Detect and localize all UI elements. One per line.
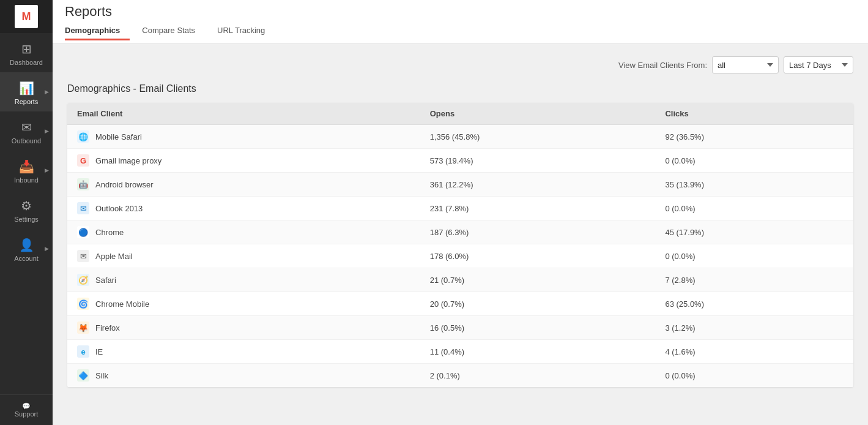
clicks-value: 92 (36.5%) (655, 125, 853, 149)
ie-icon: e (77, 345, 89, 358)
client-cell: ✉ Outlook 2013 (67, 197, 420, 220)
email-clients-table: Email Client Opens Clicks 🌐 Mobile Safar… (67, 103, 853, 387)
filter-bar: View Email Clients From: all campaigns a… (67, 56, 853, 73)
sidebar-item-label: Reports (15, 98, 39, 105)
sidebar-arrow: ▶ (45, 128, 49, 134)
client-name: Outlook 2013 (95, 204, 143, 213)
table-row: 🌀 Chrome Mobile 20 (0.7%)63 (25.0%) (67, 292, 853, 316)
clicks-value: 4 (1.6%) (655, 340, 853, 364)
sidebar-item-account[interactable]: 👤 Account ▶ (0, 229, 53, 268)
opens-value: 11 (0.4%) (420, 340, 656, 364)
sidebar-item-label: Settings (14, 216, 39, 223)
client-name: Chrome (95, 228, 124, 237)
clicks-value: 0 (0.0%) (655, 244, 853, 268)
tabs: Demographics Compare Stats URL Tracking (65, 23, 856, 40)
filter-label: View Email Clients From: (618, 61, 707, 70)
dashboard-icon: ⊞ (21, 42, 32, 56)
main-content: Reports Demographics Compare Stats URL T… (53, 0, 868, 425)
safari-icon: 🧭 (77, 274, 89, 286)
client-name: Mobile Safari (95, 132, 142, 141)
tab-url-tracking[interactable]: URL Tracking (207, 23, 275, 40)
client-cell: 🤖 Android browser (67, 173, 420, 197)
table-row: G Gmail image proxy 573 (19.4%)0 (0.0%) (67, 149, 853, 173)
opens-value: 178 (6.0%) (420, 244, 656, 268)
opens-value: 1,356 (45.8%) (420, 125, 656, 149)
client-name: Silk (95, 371, 108, 380)
clicks-value: 63 (25.0%) (655, 292, 853, 316)
client-name: Firefox (95, 323, 120, 333)
logo-area: M (0, 0, 53, 33)
table-row: 🦊 Firefox 16 (0.5%)3 (1.2%) (67, 316, 853, 340)
sidebar-item-label: Inbound (14, 176, 39, 184)
table-row: 🔷 Silk 2 (0.1%)0 (0.0%) (67, 364, 853, 388)
inbound-icon: 📥 (19, 159, 34, 174)
topbar: Reports Demographics Compare Stats URL T… (53, 0, 868, 44)
support-icon: 💬 (22, 402, 31, 410)
table-header-row: Email Client Opens Clicks (67, 103, 853, 125)
table-row: 🤖 Android browser 361 (12.2%)35 (13.9%) (67, 173, 853, 197)
app-logo[interactable]: M (15, 5, 38, 28)
outbound-icon: ✉ (21, 120, 32, 135)
clicks-value: 45 (17.9%) (655, 220, 853, 244)
col-header-client: Email Client (67, 103, 420, 125)
opens-value: 231 (7.8%) (420, 197, 656, 220)
from-select[interactable]: all campaigns automations (712, 56, 779, 73)
opens-value: 187 (6.3%) (420, 220, 656, 244)
col-header-opens: Opens (420, 103, 656, 125)
sidebar-item-inbound[interactable]: 📥 Inbound ▶ (0, 151, 53, 190)
safari-mobile-icon: 🌐 (77, 130, 89, 143)
client-cell: 🔵 Chrome (67, 220, 420, 244)
sidebar-item-outbound[interactable]: ✉ Outbound ▶ (0, 111, 53, 151)
chrome-mobile-icon: 🌀 (77, 298, 89, 310)
client-cell: 🌐 Mobile Safari (67, 125, 420, 149)
tab-compare-stats[interactable]: Compare Stats (132, 23, 205, 40)
clicks-value: 0 (0.0%) (655, 149, 853, 173)
sidebar-arrow: ▶ (45, 89, 49, 95)
chrome-icon: 🔵 (77, 226, 89, 238)
client-cell: 🔷 Silk (67, 364, 420, 388)
tab-demographics[interactable]: Demographics (65, 23, 130, 40)
client-name: Android browser (95, 180, 154, 189)
sidebar-item-label: Account (14, 255, 39, 262)
opens-value: 361 (12.2%) (420, 173, 656, 197)
opens-value: 2 (0.1%) (420, 364, 656, 388)
period-select[interactable]: Last 7 Days Last 30 Days Last 90 Days La… (784, 56, 853, 73)
table-row: ✉ Outlook 2013 231 (7.8%)0 (0.0%) (67, 197, 853, 220)
sidebar: M ⊞ Dashboard 📊 Reports ▶ ✉ Outbound ▶ 📥… (0, 0, 53, 425)
client-cell: 🦊 Firefox (67, 316, 420, 340)
opens-value: 16 (0.5%) (420, 316, 656, 340)
apple-mail-icon: ✉ (77, 250, 89, 262)
clicks-value: 35 (13.9%) (655, 173, 853, 197)
col-header-clicks: Clicks (655, 103, 853, 125)
sidebar-item-support[interactable]: 💬 Support (0, 394, 53, 425)
section-title: Demographics - Email Clients (67, 83, 853, 94)
client-name: IE (95, 347, 103, 356)
android-icon: 🤖 (77, 178, 89, 190)
sidebar-item-settings[interactable]: ⚙ Settings (0, 190, 53, 229)
clicks-value: 3 (1.2%) (655, 316, 853, 340)
reports-icon: 📊 (19, 81, 34, 96)
sidebar-item-label: Support (15, 410, 39, 418)
outlook-icon: ✉ (77, 202, 89, 214)
client-name: Apple Mail (95, 252, 133, 261)
table-row: 🔵 Chrome 187 (6.3%)45 (17.9%) (67, 220, 853, 244)
silk-icon: 🔷 (77, 369, 89, 382)
account-icon: 👤 (19, 238, 34, 252)
sidebar-item-label: Outbound (12, 137, 41, 145)
sidebar-item-reports[interactable]: 📊 Reports ▶ (0, 72, 53, 111)
table-row: 🌐 Mobile Safari 1,356 (45.8%)92 (36.5%) (67, 125, 853, 149)
content-area: View Email Clients From: all campaigns a… (53, 44, 868, 425)
table-row: 🧭 Safari 21 (0.7%)7 (2.8%) (67, 268, 853, 292)
firefox-icon: 🦊 (77, 322, 89, 334)
sidebar-item-dashboard[interactable]: ⊞ Dashboard (0, 33, 53, 72)
client-cell: e IE (67, 340, 420, 364)
clicks-value: 7 (2.8%) (655, 268, 853, 292)
clicks-value: 0 (0.0%) (655, 364, 853, 388)
client-name: Gmail image proxy (95, 156, 161, 165)
settings-icon: ⚙ (21, 198, 32, 213)
client-cell: 🧭 Safari (67, 268, 420, 292)
client-cell: G Gmail image proxy (67, 149, 420, 173)
gmail-icon: G (77, 154, 89, 167)
opens-value: 573 (19.4%) (420, 149, 656, 173)
table-row: e IE 11 (0.4%)4 (1.6%) (67, 340, 853, 364)
